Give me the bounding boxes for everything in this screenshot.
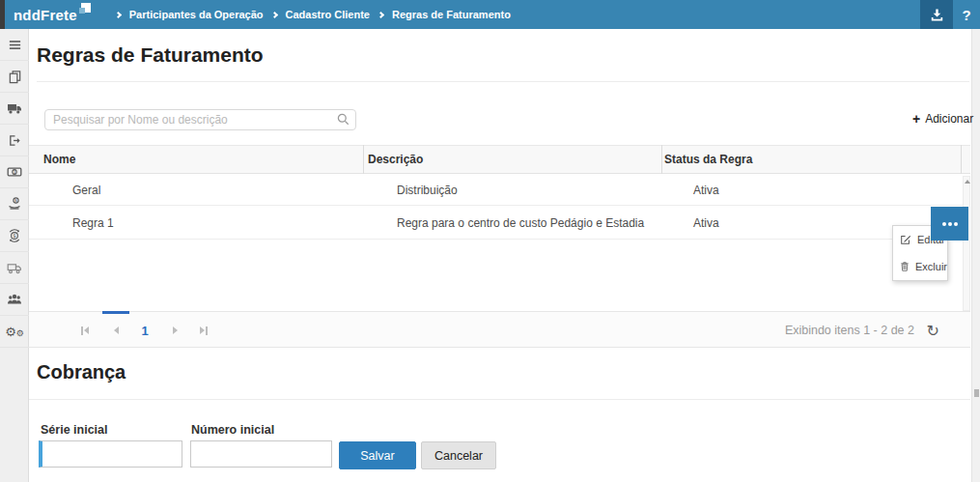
breadcrumb-participantes[interactable]: Participantes da Operação (129, 9, 264, 20)
download-button[interactable] (920, 0, 953, 29)
first-page-button[interactable] (73, 312, 97, 349)
divider (37, 81, 969, 82)
row-actions-button[interactable] (931, 207, 968, 241)
serie-inicial-field (39, 440, 182, 468)
truck-outline-icon (7, 260, 22, 275)
next-page-icon (173, 326, 178, 334)
cancel-button[interactable]: Cancelar (421, 441, 496, 469)
add-button-label: Adicionar (925, 112, 973, 126)
numero-inicial-input[interactable] (191, 441, 331, 467)
breadcrumb: Participantes da Operação Cadastro Clien… (116, 9, 511, 20)
cell-nome: Geral (72, 184, 100, 197)
previous-page-icon (114, 326, 119, 334)
download-icon (929, 7, 945, 23)
table-row[interactable]: Regra 1 Regra para o centro de custo Ped… (29, 206, 970, 240)
serie-inicial-input[interactable] (42, 441, 182, 467)
svg-text:$: $ (13, 233, 15, 239)
corner-strip (0, 0, 5, 29)
section-title-cobranca: Cobrança (37, 361, 126, 383)
svg-text:$: $ (14, 198, 17, 203)
context-menu-label: Excluir (915, 261, 947, 272)
sidebar-item-payments[interactable]: 1 (0, 156, 29, 188)
page-title: Regras de Faturamento (37, 43, 264, 67)
breadcrumb-regras-faturamento[interactable]: Regras de Faturamento (392, 9, 511, 20)
next-page-button[interactable] (163, 312, 186, 349)
edit-icon (900, 234, 911, 245)
table-scrollbar[interactable] (963, 176, 970, 311)
table-header-row (29, 145, 970, 174)
sign-out-icon (8, 133, 22, 148)
logo-square-small-icon (79, 8, 85, 14)
cell-descricao: Regra para o centro de custo Pedágio e E… (397, 216, 644, 230)
sidebar-item-users[interactable] (0, 284, 29, 316)
truck-icon (7, 100, 22, 116)
search-input[interactable] (44, 109, 356, 130)
top-navbar: nddFrete Participantes da Operação Cadas… (0, 0, 980, 29)
users-icon (7, 292, 22, 307)
context-menu-item-excluir[interactable]: Excluir (893, 253, 947, 280)
column-header-descricao[interactable]: Descrição (368, 153, 423, 166)
chevron-right-icon (115, 11, 122, 17)
search-icon (337, 113, 350, 126)
column-divider (363, 145, 364, 174)
breadcrumb-cadastro-cliente[interactable]: Cadastro Cliente (286, 9, 370, 20)
sidebar-item-currency-exchange[interactable]: $ (0, 220, 29, 252)
divider (29, 399, 970, 400)
help-button[interactable]: ? (953, 0, 980, 29)
app-window: nddFrete Participantes da Operação Cadas… (0, 0, 980, 482)
pagination-bar: 1 Exibindo itens 1 - 2 de 2 ↻ (29, 311, 970, 348)
copy-icon (8, 70, 22, 84)
sidebar-item-receivables[interactable]: $ (0, 188, 29, 220)
sidebar-item-dispatch[interactable] (0, 125, 29, 156)
coin-exchange-icon: $ (7, 228, 22, 243)
menu-icon (8, 38, 22, 52)
column-header-status[interactable]: Status da Regra (664, 153, 752, 166)
search-box (44, 109, 356, 130)
refresh-button[interactable]: ↻ (927, 312, 939, 349)
page-scrollbar[interactable] (971, 29, 980, 482)
table-row[interactable]: Geral Distribuição Ativa (29, 174, 970, 206)
cell-status: Ativa (693, 184, 719, 197)
numero-inicial-label: Número inicial (191, 423, 274, 437)
previous-page-button[interactable] (104, 312, 127, 349)
chevron-right-icon (378, 11, 384, 17)
trash-icon (900, 261, 910, 272)
numero-inicial-field (190, 440, 332, 468)
app-logo-text: nddFrete (14, 7, 77, 23)
sidebar-item-documents[interactable] (0, 61, 29, 93)
sidebar-item-menu[interactable] (0, 29, 29, 61)
column-divider (661, 145, 662, 174)
plus-icon: + (912, 112, 920, 126)
column-header-nome[interactable]: Nome (43, 153, 75, 166)
sidebar-item-settings[interactable]: ⚙⚙ (0, 316, 29, 348)
cell-nome: Regra 1 (72, 216, 114, 230)
left-sidebar: 1 $ $ (0, 29, 29, 482)
pagination-status: Exibindo itens 1 - 2 de 2 (785, 312, 914, 349)
serie-inicial-label: Série inicial (41, 423, 107, 437)
column-divider (961, 145, 962, 174)
current-page-indicator (102, 311, 129, 314)
page-number-current[interactable]: 1 (133, 312, 156, 349)
money-icon: 1 (7, 164, 22, 180)
scroll-up-icon[interactable] (965, 180, 970, 184)
cell-status: Ativa (693, 216, 719, 230)
chevron-right-icon (271, 11, 278, 17)
last-page-button[interactable] (192, 312, 215, 349)
page-scrollbar-thumb[interactable] (974, 389, 979, 397)
save-button[interactable]: Salvar (339, 441, 416, 469)
refresh-icon: ↻ (927, 322, 939, 340)
cell-descricao: Distribuição (397, 184, 458, 197)
gears-icon: ⚙⚙ (5, 326, 24, 338)
help-icon: ? (962, 7, 970, 23)
first-page-icon (81, 326, 83, 335)
sidebar-item-fleet[interactable] (0, 252, 29, 284)
hand-coin-icon: $ (7, 196, 22, 212)
app-logo[interactable]: nddFrete (14, 7, 91, 23)
sidebar-item-freight[interactable] (0, 93, 29, 125)
svg-text:1: 1 (13, 169, 15, 175)
add-button[interactable]: + Adicionar (912, 112, 973, 126)
ellipsis-icon (942, 222, 946, 226)
last-page-icon (200, 326, 205, 334)
